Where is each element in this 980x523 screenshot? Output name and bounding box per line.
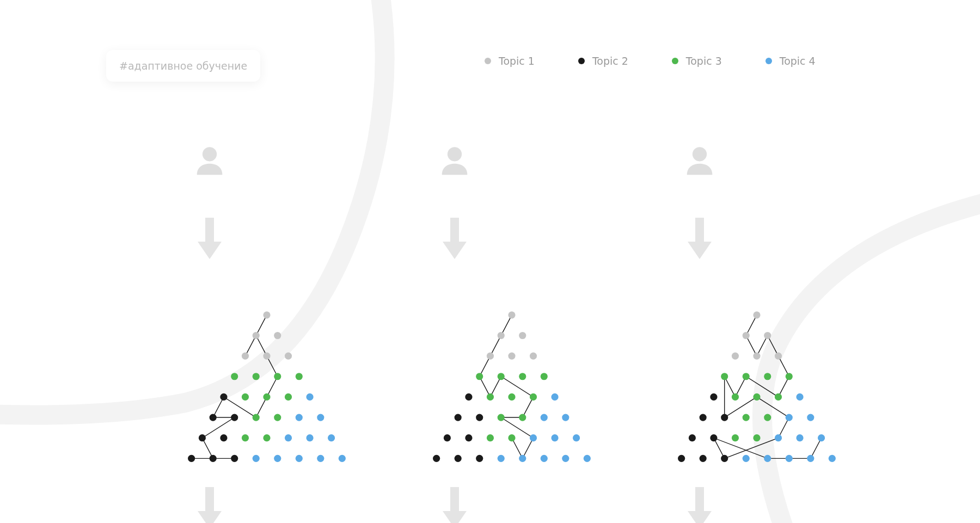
legend-item: Topic 2 bbox=[578, 55, 628, 67]
svg-point-44 bbox=[476, 373, 483, 380]
svg-point-73 bbox=[584, 455, 591, 462]
svg-point-10 bbox=[296, 373, 303, 380]
svg-point-105 bbox=[721, 455, 728, 462]
svg-point-93 bbox=[764, 414, 771, 421]
svg-point-92 bbox=[743, 414, 750, 421]
svg-point-5 bbox=[263, 353, 270, 360]
svg-point-69 bbox=[498, 455, 505, 462]
svg-point-35 bbox=[317, 455, 324, 462]
legend-item: Topic 3 bbox=[672, 55, 722, 67]
svg-point-87 bbox=[753, 393, 760, 401]
svg-point-71 bbox=[541, 455, 548, 462]
svg-point-63 bbox=[530, 434, 537, 441]
svg-point-78 bbox=[732, 353, 739, 360]
svg-point-12 bbox=[242, 393, 249, 401]
svg-point-110 bbox=[829, 455, 836, 462]
svg-point-24 bbox=[242, 434, 249, 441]
legend-label: Topic 3 bbox=[686, 55, 722, 67]
svg-point-70 bbox=[519, 455, 526, 462]
svg-point-30 bbox=[210, 455, 217, 462]
svg-point-67 bbox=[455, 455, 462, 462]
svg-point-81 bbox=[721, 373, 728, 380]
user-badge-1 bbox=[166, 117, 253, 204]
svg-point-26 bbox=[285, 434, 292, 441]
learning-path-tree bbox=[408, 305, 615, 479]
svg-point-83 bbox=[764, 373, 771, 380]
svg-point-94 bbox=[786, 414, 793, 421]
svg-point-55 bbox=[498, 414, 505, 421]
svg-point-33 bbox=[274, 455, 281, 462]
arrow-down-icon bbox=[193, 218, 226, 261]
svg-point-17 bbox=[231, 414, 238, 421]
svg-point-109 bbox=[807, 455, 814, 462]
user-badge-3 bbox=[656, 117, 743, 204]
svg-point-58 bbox=[562, 414, 569, 421]
user-badge-2 bbox=[411, 117, 498, 204]
svg-point-50 bbox=[508, 393, 515, 401]
svg-point-77 bbox=[764, 332, 771, 339]
svg-point-85 bbox=[710, 393, 717, 401]
svg-point-82 bbox=[743, 373, 750, 380]
tag-text: #адаптивное обучение bbox=[119, 60, 247, 72]
svg-point-86 bbox=[732, 393, 739, 401]
svg-point-102 bbox=[818, 434, 825, 441]
svg-point-18 bbox=[253, 414, 260, 421]
svg-point-68 bbox=[476, 455, 483, 462]
legend-dot bbox=[578, 58, 585, 64]
legend-dot bbox=[765, 58, 772, 64]
svg-point-31 bbox=[231, 455, 238, 462]
svg-point-52 bbox=[551, 393, 558, 401]
svg-point-42 bbox=[508, 353, 515, 360]
svg-point-1 bbox=[263, 311, 270, 318]
svg-point-39 bbox=[498, 332, 505, 339]
legend: Topic 1Topic 2Topic 3Topic 4 bbox=[485, 55, 816, 67]
svg-point-47 bbox=[541, 373, 548, 380]
svg-point-72 bbox=[562, 455, 569, 462]
svg-point-103 bbox=[678, 455, 685, 462]
svg-point-62 bbox=[508, 434, 515, 441]
legend-dot bbox=[672, 58, 678, 64]
svg-point-6 bbox=[285, 353, 292, 360]
svg-point-89 bbox=[796, 393, 803, 401]
svg-point-75 bbox=[753, 311, 760, 318]
svg-point-99 bbox=[753, 434, 760, 441]
svg-point-90 bbox=[700, 414, 707, 421]
svg-point-101 bbox=[796, 434, 803, 441]
svg-point-41 bbox=[487, 353, 494, 360]
svg-point-91 bbox=[721, 414, 728, 421]
svg-point-56 bbox=[519, 414, 526, 421]
svg-point-59 bbox=[444, 434, 451, 441]
learning-path-tree bbox=[163, 305, 370, 479]
svg-point-95 bbox=[807, 414, 814, 421]
svg-point-74 bbox=[693, 147, 707, 161]
svg-point-0 bbox=[203, 147, 217, 161]
svg-point-64 bbox=[551, 434, 558, 441]
svg-point-16 bbox=[210, 414, 217, 421]
arrow-down-icon bbox=[193, 487, 226, 523]
svg-point-34 bbox=[296, 455, 303, 462]
svg-point-108 bbox=[786, 455, 793, 462]
svg-point-46 bbox=[519, 373, 526, 380]
svg-point-88 bbox=[775, 393, 782, 401]
svg-point-8 bbox=[253, 373, 260, 380]
svg-point-97 bbox=[710, 434, 717, 441]
svg-point-11 bbox=[220, 393, 227, 401]
svg-point-29 bbox=[188, 455, 195, 462]
learning-path-tree bbox=[653, 305, 860, 479]
legend-label: Topic 4 bbox=[780, 55, 816, 67]
svg-point-23 bbox=[220, 434, 227, 441]
svg-point-96 bbox=[689, 434, 696, 441]
svg-point-80 bbox=[775, 353, 782, 360]
svg-point-25 bbox=[263, 434, 270, 441]
svg-point-57 bbox=[541, 414, 548, 421]
svg-point-48 bbox=[465, 393, 472, 401]
svg-point-14 bbox=[285, 393, 292, 401]
svg-point-100 bbox=[775, 434, 782, 441]
svg-point-15 bbox=[306, 393, 313, 401]
svg-point-45 bbox=[498, 373, 505, 380]
svg-point-49 bbox=[487, 393, 494, 401]
svg-point-107 bbox=[764, 455, 771, 462]
svg-point-2 bbox=[253, 332, 260, 339]
svg-point-76 bbox=[743, 332, 750, 339]
arrow-down-icon bbox=[683, 487, 716, 523]
